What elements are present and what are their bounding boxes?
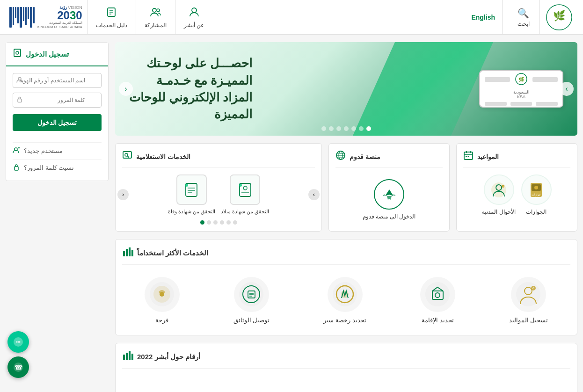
numbers-chart-icon: [122, 350, 133, 363]
nav-participation[interactable]: المشاركة: [136, 0, 175, 35]
svg-point-50: [425, 282, 450, 306]
appointments-items: جوازات الجوازات: [463, 174, 570, 215]
search-button[interactable]: 🔍 ابحث: [507, 0, 540, 35]
service-docs[interactable]: توصيل الوثائق: [233, 277, 270, 324]
svg-text:🌿: 🌿: [553, 9, 566, 22]
arrival-header: منصة قدوم: [335, 150, 443, 168]
inquiry-death-cert[interactable]: التحقق من شهادة وفاة: [168, 174, 215, 215]
language-toggle[interactable]: English: [464, 0, 503, 35]
hero-banner: › ‹ 🌿 السعوديةKSA: [115, 42, 577, 136]
help-float-button[interactable]: ☎: [7, 356, 29, 378]
civil-label: الأحوال المدنية: [482, 209, 515, 215]
appointment-passports[interactable]: جوازات الجوازات: [521, 174, 552, 215]
numbers-header: أرقام حول أبشر 2022: [122, 350, 570, 369]
most-used-title: الخدمات الأكثر استخداماً: [137, 249, 208, 257]
password-field-wrap: [13, 93, 102, 108]
banner-dot-7[interactable]: [321, 126, 326, 131]
svg-rect-45: [131, 250, 133, 256]
death-cert-icon: [176, 174, 207, 205]
inquiry-dot-3[interactable]: [220, 220, 224, 225]
svg-rect-43: [126, 249, 128, 256]
civil-icon: ✓: [484, 174, 514, 205]
username-field-wrap: [13, 73, 102, 88]
service-residence[interactable]: تجديد الإقامة: [420, 277, 455, 324]
header-nav: عن أبشر المشاركة دليل الخدمات VISION رؤي…: [9, 0, 212, 35]
main-header: 🌿 🔍 ابحث English عن أبشر المشاركة: [0, 0, 583, 35]
calendar-icon: [463, 150, 474, 163]
death-cert-label: التحقق من شهادة وفاة: [168, 209, 215, 215]
arrival-item[interactable]: الدخول الى منصة قدوم: [335, 174, 443, 225]
airplane-icon: [374, 179, 404, 210]
inquiry-dot-6[interactable]: [200, 220, 204, 225]
appointments-header: المواعيد: [463, 150, 570, 168]
banner-prev-button[interactable]: ›: [560, 82, 574, 96]
header-right: 🌿 🔍 ابحث English: [464, 0, 574, 35]
banner-title: احصـــل على لوحـتك المميـزة مع خـدمـة ال…: [129, 55, 252, 123]
service-farha[interactable]: فرحة: [145, 277, 180, 324]
inquiry-services-card: الخدمات الاستعلامية ›: [115, 143, 322, 232]
svg-text:✓: ✓: [503, 185, 504, 188]
lock-input-icon: [16, 96, 23, 104]
inquiry-title: الخدمات الاستعلامية: [136, 153, 190, 160]
inquiry-next-button[interactable]: ‹: [117, 189, 129, 200]
username-input[interactable]: [13, 73, 102, 88]
arrival-platform-card: منصة قدوم الدخول الى منصة قدو: [328, 143, 450, 232]
barcode-decoration: [9, 7, 35, 28]
person-icon: [188, 6, 200, 21]
chat-float-button[interactable]: [7, 331, 29, 353]
farha-label: فرحة: [155, 317, 168, 324]
forgot-pass-icon: [13, 163, 20, 172]
inquiry-dot-5[interactable]: [207, 220, 211, 225]
globe-icon: [335, 150, 346, 163]
inquiry-dot-1[interactable]: [233, 220, 237, 225]
numbers-title: أرقام حول أبشر 2022: [137, 353, 200, 361]
forgot-password-link[interactable]: نسيت كلمة المرور؟: [13, 159, 102, 176]
service-cards-row: المواعيد جوازات: [115, 143, 577, 232]
new-user-link[interactable]: مستخدم جديد؟: [13, 142, 102, 159]
most-used-header: الخدمات الأكثر استخداماً: [122, 246, 570, 265]
inquiry-dot-4[interactable]: [213, 220, 218, 225]
login-title: تسجيل الدخول: [6, 43, 108, 66]
svg-point-79: [18, 341, 19, 343]
banner-dot-4[interactable]: [344, 126, 349, 131]
appointment-civil[interactable]: ✓ الأحوال المدنية: [482, 174, 515, 215]
banner-next-button[interactable]: ‹: [119, 82, 133, 96]
login-links: مستخدم جديد؟ نسيت كلمة المرور؟: [6, 138, 108, 181]
license-plate: 🌿 السعوديةKSA: [479, 70, 563, 108]
banner-dot-6[interactable]: [329, 126, 334, 131]
svg-rect-30: [123, 152, 131, 158]
svg-rect-42: [123, 251, 125, 256]
inquiry-prev-button[interactable]: ›: [308, 189, 320, 200]
svg-text:☎: ☎: [15, 363, 22, 371]
vision-2030-logo: VISION رؤية 2030 المملكة العربية السعودي…: [9, 5, 87, 29]
nav-guide-label: دليل الخدمات: [96, 22, 127, 29]
banner-dot-1[interactable]: [366, 126, 371, 131]
appointments-title: المواعيد: [477, 153, 499, 160]
banner-dot-5[interactable]: [336, 126, 341, 131]
password-input[interactable]: [13, 93, 102, 108]
passports-label: الجوازات: [526, 209, 547, 215]
svg-rect-16: [468, 156, 469, 157]
svg-point-70: [16, 51, 19, 54]
search-icon: 🔍: [517, 7, 529, 19]
svg-line-32: [127, 156, 129, 158]
inquiry-dot-2[interactable]: [226, 220, 231, 225]
farha-icon: [145, 277, 180, 312]
inquiry-birth-cert[interactable]: التحقق من شهادة ميلاد: [221, 174, 269, 215]
banner-image: 🌿 السعوديةKSA: [479, 70, 563, 108]
license-label: تجديد رخصة سير: [323, 317, 366, 324]
banner-dot-2[interactable]: [359, 126, 364, 131]
banner-dot-3[interactable]: [351, 126, 356, 131]
inquiry-icon: [122, 150, 132, 163]
svg-text:جوازات: جوازات: [532, 193, 541, 196]
service-birth-reg[interactable]: ✓ تسجيل المواليد: [509, 277, 548, 324]
login-button[interactable]: تسجيل الدخول: [13, 114, 102, 131]
plate-emblem: 🌿: [515, 73, 528, 87]
vision-kingdom: المملكة العربية السعوديةKINGDOM OF SAUDI…: [37, 21, 82, 29]
service-license[interactable]: تجديد رخصة سير: [323, 277, 366, 324]
svg-point-2: [192, 8, 197, 13]
svg-point-34: [243, 186, 247, 190]
nav-guide[interactable]: دليل الخدمات: [87, 0, 136, 35]
arrival-title: منصة قدوم: [350, 153, 380, 160]
nav-abshir[interactable]: عن أبشر: [175, 0, 212, 35]
